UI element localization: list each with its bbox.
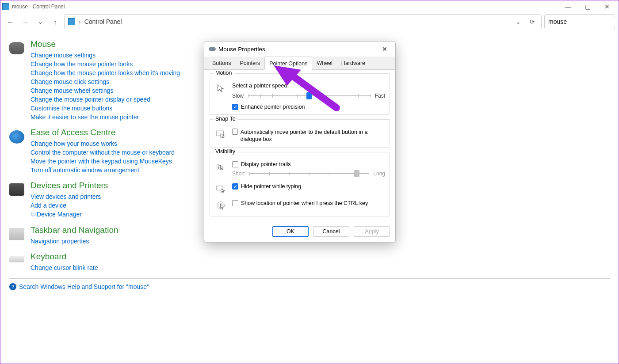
category-link[interactable]: Change mouse settings — [31, 51, 180, 60]
pointer-speed-label: Select a pointer speed: — [232, 83, 385, 89]
pointer-speed-icon — [214, 83, 228, 94]
cancel-button[interactable]: Cancel — [313, 226, 349, 237]
pointer-trails-icon — [214, 161, 228, 173]
category-link[interactable]: Navigation properties — [31, 237, 118, 246]
motion-legend: Motion — [214, 70, 234, 76]
hide-pointer-typing-label: Hide pointer while typing — [241, 183, 301, 190]
window-titlebar: mouse - Control Panel — ▢ ✕ — [0, 0, 619, 13]
category-link[interactable]: Change mouse click settings — [31, 77, 180, 86]
forward-button[interactable]: → — [19, 15, 31, 28]
minimize-button[interactable]: — — [558, 0, 578, 13]
ok-button[interactable]: OK — [272, 226, 309, 237]
app-icon — [2, 3, 9, 10]
help-search-row[interactable]: ? Search Windows Help and Support for "m… — [9, 283, 610, 290]
tabstrip: ButtonsPointersPointer OptionsWheelHardw… — [204, 57, 395, 70]
ctrl-locate-icon — [214, 200, 228, 212]
snap-to-legend: Snap To — [214, 116, 237, 122]
visibility-legend: Visibility — [214, 148, 237, 155]
category-link[interactable]: Change mouse wheel settings — [31, 86, 180, 95]
apply-button[interactable]: Apply — [354, 226, 390, 237]
toolbar: ← → ⌄ ↑ › Control Panel ⌄ ⟳ ✕ — [0, 13, 619, 30]
category-link[interactable]: Change how the mouse pointer looks when … — [31, 68, 180, 77]
window-title: mouse - Control Panel — [12, 4, 65, 10]
long-label: Long — [373, 171, 385, 177]
category-link[interactable]: Control the computer without the mouse o… — [31, 148, 175, 157]
recent-button[interactable]: ⌄ — [34, 15, 46, 28]
category-link[interactable]: Add a device — [31, 201, 108, 210]
tab-pointer-options[interactable]: Pointer Options — [264, 57, 312, 70]
snap-to-group: Snap To Automatically move pointer to th… — [210, 119, 390, 148]
category-row: KeyboardChange cursor blink rate — [9, 252, 610, 272]
tab-pointers[interactable]: Pointers — [235, 57, 264, 69]
back-button[interactable]: ← — [4, 15, 16, 28]
category-icon — [9, 42, 24, 54]
help-search-label: Search Windows Help and Support for "mou… — [19, 283, 149, 290]
pointer-trails-label: Display pointer trails — [241, 161, 291, 167]
mouse-properties-dialog: Mouse Properties ✕ ButtonsPointersPointe… — [204, 41, 396, 243]
search-bar[interactable]: ✕ — [544, 14, 615, 29]
control-panel-icon — [68, 18, 75, 25]
category-title[interactable]: Ease of Access Centre — [31, 128, 175, 137]
dialog-titlebar: Mouse Properties ✕ — [204, 42, 395, 57]
hide-pointer-typing-checkbox[interactable]: ✓ — [232, 183, 238, 190]
fast-label: Fast — [375, 93, 385, 99]
divider — [9, 278, 610, 279]
snap-to-icon — [214, 129, 228, 140]
snap-to-label: Automatically move pointer to the defaul… — [241, 129, 385, 143]
category-link[interactable]: Device Manager — [31, 210, 108, 219]
short-label: Short — [232, 171, 245, 177]
category-link[interactable]: View devices and printers — [31, 192, 108, 201]
search-input[interactable] — [548, 18, 619, 25]
mouse-icon — [209, 47, 216, 51]
show-ctrl-location-checkbox[interactable] — [232, 200, 238, 206]
category-link[interactable]: Change cursor blink rate — [31, 263, 98, 272]
help-icon: ? — [9, 283, 16, 290]
category-link[interactable]: Change how the mouse pointer looks — [31, 60, 180, 68]
category-link[interactable]: Move the pointer with the keypad using M… — [31, 157, 175, 166]
category-title[interactable]: Mouse — [31, 39, 180, 49]
address-bar[interactable]: › Control Panel ⌄ ⟳ — [64, 14, 542, 29]
up-button[interactable]: ↑ — [49, 15, 61, 28]
tab-hardware[interactable]: Hardware — [337, 57, 370, 69]
tab-wheel[interactable]: Wheel — [312, 57, 336, 69]
tab-buttons[interactable]: Buttons — [208, 57, 235, 69]
dialog-title: Mouse Properties — [218, 46, 265, 53]
pointer-speed-slider[interactable] — [248, 91, 371, 100]
category-title[interactable]: Keyboard — [31, 252, 98, 262]
category-link[interactable]: Change how your mouse works — [31, 139, 175, 148]
category-link[interactable]: Turn off automatic window arrangement — [31, 166, 175, 174]
category-icon — [9, 228, 24, 240]
close-window-button[interactable]: ✕ — [597, 0, 617, 13]
breadcrumb-sep: › — [79, 18, 81, 25]
breadcrumb[interactable]: Control Panel — [84, 18, 122, 25]
snap-to-checkbox[interactable] — [232, 129, 238, 135]
category-link[interactable]: Customise the mouse buttons — [31, 104, 180, 113]
enhance-precision-checkbox[interactable]: ✓ — [232, 104, 238, 110]
category-title[interactable]: Devices and Printers — [31, 181, 108, 190]
slow-label: Slow — [232, 93, 244, 99]
show-ctrl-location-label: Show location of pointer when I press th… — [241, 200, 368, 206]
maximize-button[interactable]: ▢ — [578, 0, 597, 13]
refresh-button[interactable]: ⟳ — [527, 16, 538, 27]
category-icon — [9, 256, 24, 262]
category-icon — [9, 130, 24, 144]
dialog-footer: OK Cancel Apply — [204, 223, 395, 242]
dialog-close-button[interactable]: ✕ — [378, 43, 391, 55]
category-link[interactable]: Change the mouse pointer display or spee… — [31, 95, 180, 104]
motion-group: Motion Select a pointer speed: Slow Fast — [210, 73, 390, 115]
category-title[interactable]: Taskbar and Navigation — [31, 225, 118, 235]
visibility-group: Visibility Display pointer trails Short — [210, 152, 390, 216]
hide-pointer-icon — [214, 183, 228, 195]
category-link[interactable]: Make it easier to see the mouse pointer — [31, 113, 180, 121]
pointer-trails-slider — [249, 169, 369, 178]
address-dropdown-icon[interactable]: ⌄ — [513, 16, 523, 27]
category-icon — [9, 183, 24, 196]
pointer-trails-checkbox[interactable] — [232, 161, 238, 167]
enhance-precision-label: Enhance pointer precision — [241, 104, 305, 110]
